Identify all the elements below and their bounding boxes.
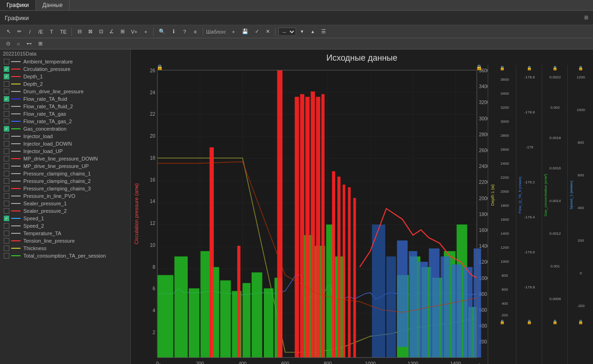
- sidebar-item[interactable]: Flow_rate_TA_gas_2: [0, 118, 130, 125]
- sidebar-checkbox[interactable]: ✓: [4, 66, 9, 72]
- sub-btn-circle-check[interactable]: ⊙: [4, 40, 13, 48]
- sidebar-item[interactable]: MP_drive_line_pressure_UP: [0, 162, 130, 170]
- toolbar-textE[interactable]: TE: [57, 28, 69, 36]
- dropdown-arrow-up[interactable]: ▴: [308, 27, 318, 36]
- sidebar-color-indicator: [11, 166, 21, 167]
- sidebar-checkbox[interactable]: [4, 231, 9, 236]
- sidebar-item[interactable]: Pressure_clamping_chains_2: [0, 177, 130, 185]
- toolbar-box[interactable]: ⊞: [118, 27, 127, 36]
- sidebar-item[interactable]: Drum_drive_line_pressure: [0, 88, 130, 95]
- sidebar-checkbox[interactable]: [4, 201, 9, 206]
- svg-text:600: 600: [281, 361, 289, 364]
- svg-rect-67: [157, 275, 173, 357]
- toolbar-help[interactable]: ?: [180, 28, 189, 36]
- toolbar-line[interactable]: /: [25, 28, 35, 36]
- sidebar-item[interactable]: Temperature_TA: [0, 230, 130, 237]
- menu-icon[interactable]: ≡: [584, 14, 588, 22]
- sidebar-item[interactable]: ✓Speed_1: [0, 215, 130, 222]
- toolbar-img1[interactable]: ⊟: [75, 27, 84, 36]
- sidebar-checkbox[interactable]: [4, 111, 9, 117]
- sidebar-checkbox[interactable]: [4, 171, 9, 176]
- sidebar-checkbox[interactable]: [4, 186, 9, 191]
- sidebar-checkbox[interactable]: ✓: [4, 74, 9, 79]
- sidebar-item[interactable]: Sealer_pressure_1: [0, 200, 130, 207]
- sidebar-checkbox[interactable]: ✓: [4, 96, 9, 102]
- toolbar-zoom[interactable]: 🔍: [156, 27, 168, 36]
- sidebar-item[interactable]: Pressure_in_line_PVO: [0, 192, 130, 200]
- tab-grafiki[interactable]: Графики: [0, 0, 36, 10]
- svg-text:8: 8: [153, 265, 155, 270]
- dropdown-arrow-down[interactable]: ▾: [297, 27, 307, 36]
- svg-text:2000: 2000: [479, 196, 487, 201]
- sidebar-item[interactable]: ✓Flow_rate_TA_fluid: [0, 95, 130, 103]
- sidebar-checkbox[interactable]: [4, 253, 9, 259]
- sidebar-checkbox[interactable]: [4, 133, 9, 139]
- svg-rect-98: [473, 248, 481, 357]
- sidebar-checkbox[interactable]: [4, 208, 9, 214]
- sidebar-checkbox[interactable]: [4, 141, 9, 147]
- sidebar-item[interactable]: Ambient_temperature: [0, 58, 130, 65]
- svg-text:3000: 3000: [479, 116, 487, 121]
- sidebar-item[interactable]: Injector_load: [0, 133, 130, 140]
- sidebar-checkbox[interactable]: [4, 156, 9, 161]
- sidebar-checkbox[interactable]: [4, 104, 9, 109]
- sidebar-checkbox[interactable]: [4, 178, 9, 184]
- template-dropdown[interactable]: --: [278, 28, 296, 36]
- toolbar-list[interactable]: ≡: [191, 28, 200, 36]
- sidebar-checkbox[interactable]: [4, 238, 9, 244]
- sub-btn-table[interactable]: ⊞: [36, 40, 45, 48]
- toolbar-pen[interactable]: ✏: [14, 27, 24, 36]
- sidebar-checkbox[interactable]: [4, 245, 9, 251]
- toolbar-template-save[interactable]: 💾: [240, 27, 251, 36]
- sidebar-checkbox[interactable]: [4, 119, 9, 124]
- sub-btn-link[interactable]: ⊷: [24, 40, 34, 48]
- sidebar-checkbox[interactable]: ✓: [4, 126, 9, 132]
- sidebar-item[interactable]: ✓Circulation_pressure: [0, 65, 130, 73]
- sidebar-checkbox[interactable]: [4, 193, 9, 199]
- toolbar-text[interactable]: T: [47, 28, 56, 36]
- sidebar-item[interactable]: ✓Gas_concentration: [0, 125, 130, 133]
- sidebar-item[interactable]: Flow_rate_TA_fluid_2: [0, 103, 130, 110]
- toolbar-line2[interactable]: /E: [36, 28, 45, 36]
- sidebar-checkbox[interactable]: [4, 81, 9, 87]
- sidebar-item[interactable]: Total_consumption_TA_per_session: [0, 252, 130, 259]
- svg-text:0.0008: 0.0008: [549, 297, 561, 301]
- toolbar-cursor[interactable]: ↖: [4, 27, 13, 36]
- sidebar-checkbox[interactable]: [4, 59, 9, 64]
- toolbar-angle[interactable]: ∠: [107, 27, 116, 36]
- toolbar-plus[interactable]: +: [141, 28, 150, 36]
- toolbar-info[interactable]: ℹ: [169, 27, 178, 36]
- sidebar-checkbox[interactable]: [4, 89, 9, 94]
- sidebar-item[interactable]: Pressure_clamping_chains_1: [0, 170, 130, 177]
- sidebar-item[interactable]: Tension_line_pressure: [0, 237, 130, 245]
- toolbar-template-add[interactable]: +: [229, 28, 238, 36]
- sidebar-item[interactable]: Sealer_pressure_2: [0, 207, 130, 215]
- sidebar-checkbox[interactable]: [4, 163, 9, 169]
- sidebar-checkbox[interactable]: ✓: [4, 216, 9, 221]
- sidebar-item[interactable]: Injector_load_UP: [0, 147, 130, 155]
- sub-toolbar: ⊙ ○ ⊷ ⊞: [0, 38, 593, 49]
- sidebar-item[interactable]: Depth_2: [0, 80, 130, 88]
- toolbar-vplus[interactable]: V+: [128, 28, 140, 36]
- toolbar-img3[interactable]: ⊡: [96, 27, 106, 36]
- sidebar-checkbox[interactable]: [4, 148, 9, 154]
- tab-dannye[interactable]: Данные: [36, 0, 70, 10]
- chart-svg-wrap[interactable]: Circulation pressure (атм) 26 24 22 20 1…: [131, 65, 487, 364]
- sidebar-color-indicator: [11, 196, 21, 196]
- toolbar-img2[interactable]: ⊠: [85, 27, 95, 36]
- sidebar-item[interactable]: Speed_2: [0, 222, 130, 230]
- sidebar-item-label: Ambient_temperature: [23, 59, 73, 64]
- toolbar-template-check[interactable]: ✓: [252, 27, 261, 36]
- sub-btn-circle[interactable]: ○: [14, 40, 22, 48]
- sidebar-checkbox[interactable]: [4, 223, 9, 229]
- sidebar-item[interactable]: Injector_load_DOWN: [0, 140, 130, 147]
- toolbar-template-del[interactable]: ✕: [263, 27, 272, 36]
- toolbar-more[interactable]: ☰: [319, 27, 328, 36]
- sidebar-item[interactable]: Pressure_clamping_chains_3: [0, 185, 130, 192]
- sidebar-item[interactable]: ✓Depth_1: [0, 73, 130, 80]
- sidebar-item[interactable]: MP_drive_line_pressure_DOWN: [0, 155, 130, 162]
- svg-text:1200: 1200: [501, 245, 509, 250]
- sidebar-item[interactable]: Flow_rate_TA_gas: [0, 110, 130, 118]
- sidebar-item[interactable]: Thickness: [0, 245, 130, 252]
- svg-rect-75: [252, 273, 262, 357]
